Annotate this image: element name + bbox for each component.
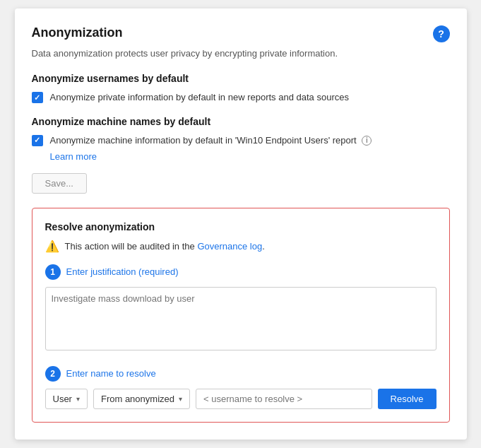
step1-row: 1 Enter justification (required)	[45, 264, 437, 280]
from-anonymized-dropdown[interactable]: From anonymized ▾	[93, 389, 190, 409]
step2-row: 2 Enter name to resolve	[45, 366, 437, 382]
from-anonymized-arrow: ▾	[179, 395, 182, 403]
step1-label: Enter justification (required)	[66, 266, 179, 277]
help-icon[interactable]: ?	[433, 25, 450, 42]
anonymize-usernames-checkbox[interactable]	[32, 92, 43, 103]
resolve-section: Resolve anonymization ⚠️ This action wil…	[32, 208, 450, 423]
resolve-button[interactable]: Resolve	[378, 389, 437, 409]
anonymize-usernames-row: Anonymize private information by default…	[32, 91, 450, 104]
anonymize-machines-checkbox[interactable]	[32, 135, 43, 146]
save-button[interactable]: Save...	[32, 173, 87, 194]
warning-icon: ⚠️	[45, 240, 59, 253]
username-input[interactable]	[196, 389, 372, 409]
resolve-inputs-row: User ▾ From anonymized ▾ Resolve	[45, 389, 437, 409]
anonymization-panel: Anonymization ? Data anonymization prote…	[15, 8, 467, 439]
step2-badge: 2	[45, 366, 61, 382]
anonymize-machines-title: Anonymize machine names by default	[32, 116, 450, 127]
user-dropdown-arrow: ▾	[76, 395, 80, 403]
anonymize-usernames-section: Anonymize usernames by default Anonymize…	[32, 73, 450, 104]
anonymize-machines-section: Anonymize machine names by default Anony…	[32, 116, 450, 162]
learn-more-link[interactable]: Learn more	[50, 151, 450, 162]
info-icon[interactable]: i	[362, 136, 372, 146]
step2-label: Enter name to resolve	[66, 368, 156, 379]
anonymize-machines-row: Anonymize machine information by default…	[32, 134, 450, 147]
anonymize-usernames-label: Anonymize private information by default…	[50, 91, 349, 104]
justification-textarea[interactable]	[45, 287, 437, 350]
audit-notice: ⚠️ This action will be audited in the Go…	[45, 240, 437, 253]
panel-title: Anonymization	[32, 25, 123, 40]
resolve-section-title: Resolve anonymization	[45, 221, 437, 232]
audit-notice-text: This action will be audited in the Gover…	[65, 241, 265, 252]
anonymize-machines-label: Anonymize machine information by default…	[50, 134, 372, 147]
step1-badge: 1	[45, 264, 61, 280]
governance-log-link[interactable]: Governance log	[197, 241, 262, 252]
panel-subtitle: Data anonymization protects user privacy…	[32, 48, 450, 59]
panel-header: Anonymization ?	[32, 25, 450, 42]
user-dropdown[interactable]: User ▾	[45, 389, 88, 409]
anonymize-usernames-title: Anonymize usernames by default	[32, 73, 450, 84]
